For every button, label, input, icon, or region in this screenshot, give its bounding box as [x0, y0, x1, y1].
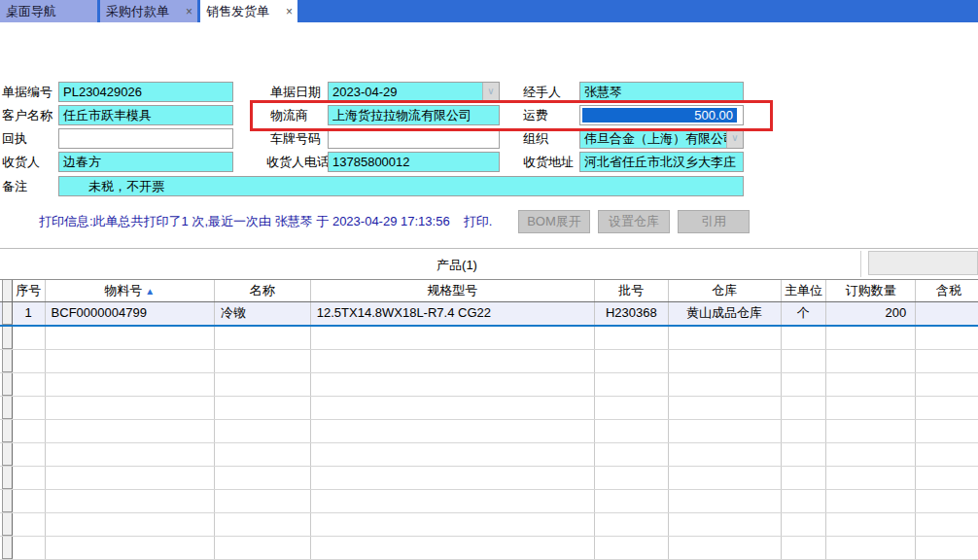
receipt-label: 回执: [2, 128, 27, 149]
tab-sales-delivery[interactable]: 销售发货单 ×: [200, 0, 297, 22]
table-header-row: 序号 物料号▲ 名称 规格型号 批号 仓库 主单位 订购数量 含税: [0, 279, 978, 302]
product-section-header: 产品(1): [0, 248, 978, 278]
cell-qty: 200: [826, 302, 916, 325]
remark-field[interactable]: 未税，不开票: [58, 176, 744, 196]
print-info: 打印信息:此单总共打印了1 次,最近一次由 张慧琴 于 2023-04-29 1…: [39, 213, 492, 230]
col-unit[interactable]: 主单位: [782, 280, 827, 301]
consignee-field[interactable]: 边春方: [58, 152, 233, 172]
empty-table-row[interactable]: [0, 373, 978, 397]
cell-batch: H230368: [595, 302, 668, 325]
sort-asc-icon: ▲: [145, 286, 155, 297]
col-seq[interactable]: 序号: [13, 280, 46, 301]
bom-expand-button[interactable]: BOM展开: [518, 210, 590, 233]
handler-field[interactable]: 张慧琴: [579, 82, 744, 102]
cell-material: BCF0000004799: [46, 302, 215, 325]
empty-table-row[interactable]: [0, 467, 978, 490]
org-label: 组织: [523, 128, 548, 149]
address-label: 收货地址: [523, 152, 574, 172]
col-name[interactable]: 名称: [215, 280, 311, 301]
cell-price: [916, 302, 978, 325]
row-selector[interactable]: [2, 373, 13, 396]
col-price[interactable]: 含税: [916, 280, 978, 301]
tab-label: 采购付款单: [106, 3, 182, 20]
close-icon[interactable]: ×: [186, 5, 192, 18]
tab-desktop-nav[interactable]: 桌面导航: [0, 0, 97, 22]
row-selector[interactable]: [2, 513, 13, 536]
chevron-down-icon[interactable]: ∨: [726, 129, 743, 148]
table-row[interactable]: 1 BCF0000004799 冷镦 12.5TX14.8WX18L-R7.4 …: [0, 302, 978, 327]
logistics-label: 物流商: [270, 105, 308, 125]
tab-label: 桌面导航: [6, 3, 92, 20]
col-qty[interactable]: 订购数量: [826, 280, 916, 301]
row-selector-header: [2, 280, 13, 301]
cell-warehouse: 黄山成品仓库: [669, 302, 782, 325]
doc-no-label: 单据编号: [2, 82, 52, 102]
freight-field[interactable]: 500.00: [579, 105, 744, 125]
org-field[interactable]: 伟旦合金（上海）有限公司 ∨: [579, 128, 744, 149]
chevron-down-icon[interactable]: ∨: [482, 83, 499, 101]
set-warehouse-button[interactable]: 设置仓库: [598, 210, 670, 233]
empty-table-row[interactable]: [0, 490, 978, 513]
empty-table-row[interactable]: [0, 350, 978, 373]
empty-table-row[interactable]: [0, 420, 978, 443]
phone-field[interactable]: 13785800012: [328, 152, 500, 172]
empty-table-row[interactable]: [0, 513, 978, 537]
doc-date-value: 2023-04-29: [332, 85, 398, 99]
cell-name: 冷镦: [215, 302, 311, 325]
section-side-panel[interactable]: [868, 251, 978, 275]
customer-field[interactable]: 任丘市跃丰模具: [58, 105, 233, 125]
doc-no-field[interactable]: PL230429026: [58, 82, 233, 102]
consignee-label: 收货人: [2, 152, 40, 172]
product-table: 序号 物料号▲ 名称 规格型号 批号 仓库 主单位 订购数量 含税 1 BCF0…: [0, 279, 978, 560]
plate-label: 车牌号码: [270, 128, 321, 149]
address-field[interactable]: 河北省任丘市北汉乡大李庄: [579, 152, 744, 172]
tab-label: 销售发货单: [206, 3, 282, 20]
empty-table-row[interactable]: [0, 327, 978, 350]
row-selector[interactable]: [2, 537, 13, 559]
empty-table-row[interactable]: [0, 537, 978, 560]
logistics-field[interactable]: 上海货拉拉物流有限公司: [328, 105, 500, 125]
cell-seq: 1: [13, 302, 46, 325]
empty-rows-area: [0, 327, 978, 560]
freight-label: 运费: [523, 105, 548, 125]
row-selector[interactable]: [2, 350, 13, 372]
tab-purchase-payment[interactable]: 采购付款单 ×: [100, 0, 197, 22]
row-selector[interactable]: [2, 397, 13, 419]
divider: [860, 251, 861, 277]
row-selector[interactable]: [2, 420, 13, 442]
print-link[interactable]: 打印.: [464, 214, 493, 228]
org-value: 伟旦合金（上海）有限公司: [584, 131, 736, 146]
col-material[interactable]: 物料号▲: [46, 280, 215, 301]
cell-unit: 个: [782, 302, 826, 325]
tab-bar: 桌面导航 采购付款单 × 销售发货单 ×: [0, 0, 978, 22]
remark-label: 备注: [2, 176, 27, 196]
product-section-title: 产品(1): [0, 257, 914, 274]
reference-button[interactable]: 引用: [678, 210, 750, 233]
row-selector[interactable]: [2, 443, 13, 466]
row-selector[interactable]: [2, 302, 13, 325]
col-warehouse[interactable]: 仓库: [669, 280, 782, 301]
row-selector[interactable]: [2, 490, 13, 512]
app-window: 桌面导航 采购付款单 × 销售发货单 × 单据编号 客户名称 回执 收货人 备注…: [0, 0, 978, 560]
phone-label: 收货人电话: [266, 152, 330, 172]
col-spec[interactable]: 规格型号: [311, 280, 595, 301]
doc-date-label: 单据日期: [270, 82, 321, 102]
empty-table-row[interactable]: [0, 443, 978, 467]
cell-spec: 12.5TX14.8WX18L-R7.4 CG22: [311, 302, 595, 325]
customer-label: 客户名称: [2, 105, 52, 125]
plate-field[interactable]: [328, 128, 500, 149]
close-icon[interactable]: ×: [286, 5, 293, 18]
freight-selected-value: 500.00: [582, 108, 737, 122]
empty-table-row[interactable]: [0, 397, 978, 420]
row-selector[interactable]: [2, 327, 13, 349]
handler-label: 经手人: [523, 82, 561, 102]
receipt-field[interactable]: [58, 128, 233, 149]
row-selector[interactable]: [2, 467, 13, 489]
col-batch[interactable]: 批号: [595, 280, 669, 301]
print-info-text: 打印信息:此单总共打印了1 次,最近一次由 张慧琴 于 2023-04-29 1…: [39, 214, 450, 228]
doc-date-field[interactable]: 2023-04-29 ∨: [328, 82, 500, 102]
